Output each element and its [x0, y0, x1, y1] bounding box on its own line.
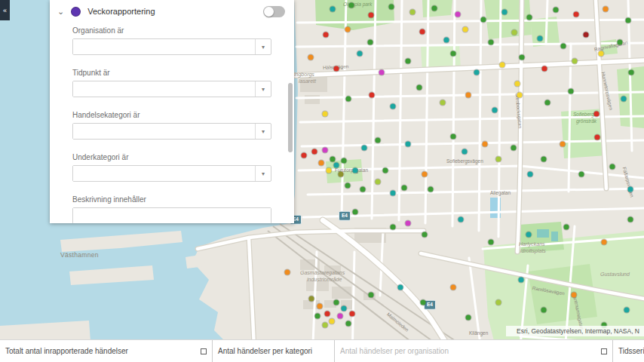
incident-marker[interactable] [527, 15, 532, 20]
incident-marker[interactable] [369, 13, 374, 18]
tidpunkt-select[interactable]: ▾ [72, 81, 271, 97]
incident-marker[interactable] [342, 306, 347, 311]
incident-marker[interactable] [420, 29, 425, 35]
incident-marker[interactable] [432, 6, 437, 11]
incident-marker[interactable] [560, 142, 566, 147]
incident-marker[interactable] [463, 27, 468, 32]
incident-marker[interactable] [451, 51, 456, 57]
incident-marker[interactable] [496, 157, 501, 162]
incident-marker[interactable] [398, 285, 403, 290]
widget-total-incidents[interactable]: Totalt antal inrapporterade händelser [0, 340, 212, 362]
caret-down-icon[interactable]: ▾ [255, 39, 271, 54]
incident-marker[interactable] [574, 12, 579, 17]
incident-marker[interactable] [402, 186, 407, 191]
incident-marker[interactable] [334, 300, 339, 305]
incident-marker[interactable] [309, 296, 314, 302]
incident-marker[interactable] [579, 172, 584, 177]
incident-marker[interactable] [541, 157, 547, 162]
incident-marker[interactable] [330, 157, 336, 162]
expand-icon[interactable] [201, 348, 207, 354]
incident-marker[interactable] [519, 278, 524, 283]
widget-incidents-per-category[interactable]: Antal händelser per kategori [213, 340, 334, 362]
incident-marker[interactable] [474, 70, 480, 75]
incident-marker[interactable] [594, 112, 600, 117]
widget-incidents-per-organisation[interactable]: Antal händelser per organisation [335, 340, 612, 362]
incident-marker[interactable] [323, 323, 328, 328]
incident-marker[interactable] [481, 17, 486, 23]
incident-marker[interactable] [339, 172, 344, 177]
caret-down-icon[interactable]: ▾ [255, 124, 271, 139]
incident-marker[interactable] [334, 66, 339, 72]
incident-marker[interactable] [324, 32, 329, 38]
incident-marker[interactable] [323, 112, 328, 117]
incident-marker[interactable] [626, 18, 631, 23]
incident-marker[interactable] [462, 149, 468, 155]
incident-marker[interactable] [569, 89, 574, 94]
incident-marker[interactable] [440, 100, 446, 106]
incident-marker[interactable] [628, 187, 633, 192]
incident-marker[interactable] [417, 85, 422, 90]
incident-marker[interactable] [500, 63, 505, 68]
incident-marker[interactable] [379, 70, 385, 75]
incident-marker[interactable] [554, 8, 559, 13]
incident-marker[interactable] [561, 44, 566, 49]
incident-marker[interactable] [602, 240, 607, 245]
incident-marker[interactable] [610, 164, 615, 170]
incident-marker[interactable] [368, 40, 373, 45]
incident-marker[interactable] [526, 232, 532, 238]
incident-marker[interactable] [362, 146, 367, 151]
incident-marker[interactable] [466, 93, 471, 98]
incident-marker[interactable] [376, 138, 381, 143]
incident-marker[interactable] [391, 225, 396, 230]
incident-marker[interactable] [528, 172, 533, 177]
incident-marker[interactable] [338, 314, 343, 319]
beskrivning-input-box[interactable] [72, 207, 271, 223]
incident-marker[interactable] [422, 232, 428, 238]
incident-marker[interactable] [584, 32, 589, 38]
incident-marker[interactable] [595, 135, 600, 140]
underkategori-select[interactable]: ▾ [72, 165, 271, 182]
incident-marker[interactable] [520, 55, 525, 60]
incident-marker[interactable] [319, 161, 324, 166]
incident-marker[interactable] [327, 168, 332, 173]
incident-marker[interactable] [349, 3, 354, 8]
incident-marker[interactable] [455, 12, 461, 17]
expand-icon[interactable] [601, 348, 607, 354]
tidpunkt-input[interactable] [73, 81, 255, 97]
incident-marker[interactable] [451, 285, 456, 290]
incident-marker[interactable] [391, 104, 396, 109]
caret-down-icon[interactable]: ▾ [255, 166, 271, 181]
incident-marker[interactable] [342, 158, 347, 164]
incident-marker[interactable] [572, 293, 577, 298]
incident-marker[interactable] [345, 27, 351, 32]
incident-marker[interactable] [330, 7, 336, 12]
incident-marker[interactable] [323, 148, 328, 153]
incident-marker[interactable] [353, 168, 358, 173]
incident-marker[interactable] [599, 51, 604, 57]
incident-marker[interactable] [383, 168, 388, 173]
incident-marker[interactable] [483, 142, 488, 147]
organisation-input[interactable] [73, 39, 255, 54]
weekly-report-toggle[interactable] [263, 6, 285, 17]
incident-marker[interactable] [357, 51, 363, 57]
incident-marker[interactable] [370, 93, 375, 98]
incident-marker[interactable] [353, 210, 358, 215]
incident-marker[interactable] [302, 153, 307, 158]
incident-marker[interactable] [511, 146, 517, 151]
incident-marker[interactable] [542, 66, 547, 72]
incident-marker[interactable] [312, 149, 317, 155]
panel-scrollbar[interactable] [288, 83, 293, 152]
incident-marker[interactable] [285, 270, 290, 275]
incident-marker[interactable] [376, 179, 381, 185]
chevron-down-icon[interactable]: ⌄ [57, 8, 64, 16]
incident-marker[interactable] [492, 108, 498, 113]
incident-marker[interactable] [451, 134, 456, 140]
widget-collapse-icon[interactable]: « [0, 0, 10, 20]
incident-marker[interactable] [410, 10, 416, 15]
incident-marker[interactable] [603, 7, 609, 12]
incident-marker[interactable] [346, 97, 351, 102]
incident-marker[interactable] [391, 191, 396, 196]
incident-marker[interactable] [541, 308, 547, 313]
incident-marker[interactable] [315, 314, 320, 319]
incident-marker[interactable] [444, 38, 449, 43]
